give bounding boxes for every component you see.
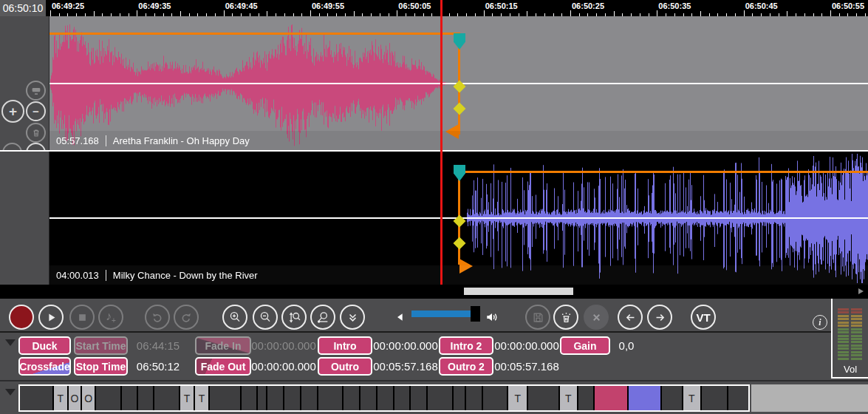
playlist-cell[interactable] bbox=[702, 386, 729, 410]
speaker-max-icon[interactable] bbox=[485, 310, 499, 325]
track-2-envelope-line[interactable] bbox=[459, 171, 868, 173]
playback-cursor[interactable] bbox=[440, 0, 442, 285]
volume-slider[interactable] bbox=[411, 310, 479, 317]
timeline-ruler[interactable]: 06:50:10 06:49:2506:49:3506:49:4506:49:5… bbox=[0, 0, 868, 16]
fade-in-button[interactable]: Fade In bbox=[195, 336, 251, 355]
stop-button[interactable] bbox=[69, 305, 95, 330]
playlist-expander-arrow[interactable] bbox=[5, 389, 16, 396]
record-button[interactable] bbox=[9, 305, 34, 330]
vol-meter-segment bbox=[851, 315, 862, 317]
discard-take-button[interactable] bbox=[553, 305, 578, 330]
zoom-out-button[interactable] bbox=[253, 305, 278, 330]
vol-meter-segment bbox=[851, 338, 862, 340]
vol-meter-segment bbox=[838, 331, 849, 333]
playlist-cell[interactable] bbox=[267, 386, 284, 410]
scrollbar-right-arrow-icon[interactable] bbox=[858, 288, 864, 294]
tick-label: 06:50:45 bbox=[745, 1, 778, 10]
scrollbar-thumb[interactable] bbox=[464, 288, 573, 295]
nav-back-button[interactable] bbox=[618, 305, 643, 330]
playlist-cell[interactable] bbox=[394, 386, 411, 410]
playlist-cell[interactable] bbox=[284, 386, 301, 410]
crossfade-button[interactable]: Crossfade bbox=[18, 357, 71, 376]
undo-button[interactable] bbox=[145, 305, 170, 330]
zoom-vertical-icon bbox=[287, 310, 301, 325]
playlist-cell[interactable] bbox=[377, 386, 394, 410]
playlist-cell[interactable] bbox=[662, 386, 683, 410]
playlist-cell-O[interactable]: O bbox=[69, 386, 83, 410]
playlist-cell[interactable] bbox=[210, 386, 242, 410]
playlist-cell[interactable] bbox=[318, 386, 344, 410]
playlist-cell[interactable] bbox=[428, 386, 454, 410]
zoom-in-track-button[interactable]: + bbox=[1, 100, 24, 123]
intro2-button[interactable]: Intro 2 bbox=[439, 336, 493, 355]
collapse-all-icon bbox=[346, 310, 360, 325]
playlist-cell[interactable] bbox=[454, 386, 466, 410]
play-button[interactable] bbox=[38, 305, 64, 330]
playlist-cell[interactable] bbox=[466, 386, 483, 410]
fade-in-value: 00:00:00.000 bbox=[254, 336, 313, 355]
playlist-cell-T[interactable]: T bbox=[683, 386, 702, 410]
zoom-in-button[interactable] bbox=[222, 305, 247, 330]
collapse-waveform-button[interactable] bbox=[26, 81, 46, 101]
close-button[interactable] bbox=[584, 305, 609, 330]
playlist-cell-T[interactable]: T bbox=[195, 386, 210, 410]
playlist-cell[interactable] bbox=[728, 386, 748, 410]
playlist-cell[interactable] bbox=[154, 386, 180, 410]
playlist-cell[interactable] bbox=[242, 386, 259, 410]
save-button[interactable] bbox=[525, 305, 550, 330]
redo-button[interactable] bbox=[174, 305, 199, 330]
outro-button[interactable]: Outro bbox=[318, 357, 372, 376]
vol-meter-left bbox=[838, 308, 849, 361]
playlist-cell-T[interactable]: T bbox=[560, 386, 578, 410]
playlist-empty-region[interactable] bbox=[751, 384, 868, 412]
zoom-vertical-button[interactable] bbox=[281, 305, 307, 330]
playlist-cell[interactable] bbox=[138, 386, 155, 410]
add-note-button[interactable]: ♪+ bbox=[98, 305, 123, 330]
duck-button[interactable]: Duck bbox=[18, 336, 71, 355]
track-1-lane[interactable]: 05:57.168 Aretha Franklin - Oh Happy Day bbox=[49, 16, 868, 150]
volume-slider-handle[interactable] bbox=[471, 306, 480, 322]
outro2-value: 00:05:57.168 bbox=[495, 357, 558, 376]
intro2-value: 00:00:00.000 bbox=[495, 336, 558, 355]
outro2-button[interactable]: Outro 2 bbox=[439, 357, 493, 376]
playlist-cell[interactable] bbox=[20, 386, 54, 410]
gain-button[interactable]: Gain bbox=[560, 336, 610, 355]
nav-forward-button[interactable] bbox=[647, 305, 672, 330]
zoom-out-track-button[interactable]: − bbox=[26, 101, 46, 121]
undo-icon bbox=[151, 310, 164, 324]
playlist-cell-O[interactable]: O bbox=[82, 386, 96, 410]
playlist-cell[interactable] bbox=[301, 386, 318, 410]
intro-button[interactable]: Intro bbox=[318, 336, 372, 355]
playlist-cell-T[interactable]: T bbox=[508, 386, 528, 410]
vol-meter-segment bbox=[851, 341, 862, 343]
playlist-cell[interactable] bbox=[258, 386, 267, 410]
playlist-cell-T[interactable]: T bbox=[180, 386, 195, 410]
playlist-cell[interactable] bbox=[578, 386, 595, 410]
play-icon bbox=[46, 312, 57, 323]
playlist-cell[interactable] bbox=[344, 386, 360, 410]
playlist-cell[interactable] bbox=[411, 386, 428, 410]
editor-expander-arrow[interactable] bbox=[5, 339, 16, 346]
collapse-all-button[interactable] bbox=[340, 305, 365, 330]
vol-meter-segment bbox=[838, 358, 849, 360]
playlist-cell[interactable] bbox=[595, 386, 629, 410]
playlist-cell[interactable] bbox=[528, 386, 560, 410]
playlist-cell[interactable] bbox=[483, 386, 509, 410]
fade-out-button[interactable]: Fade Out bbox=[195, 357, 251, 376]
voice-track-button[interactable]: VT bbox=[691, 305, 716, 330]
horizontal-scrollbar[interactable] bbox=[0, 285, 868, 299]
start-time-button[interactable]: Start Time bbox=[74, 336, 128, 355]
playlist-cell-T[interactable]: T bbox=[54, 386, 69, 410]
speaker-min-icon[interactable] bbox=[394, 311, 406, 323]
delete-track-button[interactable] bbox=[26, 123, 46, 143]
track-2-lane[interactable]: 04:00.013 Milky Chance - Down by the Riv… bbox=[49, 152, 868, 285]
playlist-cell[interactable] bbox=[629, 386, 662, 410]
zoom-selection-button[interactable] bbox=[310, 305, 335, 330]
track-1-envelope-line[interactable] bbox=[49, 33, 460, 35]
playlist-cell[interactable] bbox=[96, 386, 122, 410]
info-button[interactable]: i bbox=[813, 315, 827, 330]
playlist-cell[interactable] bbox=[360, 386, 377, 410]
stop-time-button[interactable]: Stop Time bbox=[74, 357, 128, 376]
vol-meter-segment bbox=[838, 354, 849, 356]
playlist-cell[interactable] bbox=[122, 386, 138, 410]
